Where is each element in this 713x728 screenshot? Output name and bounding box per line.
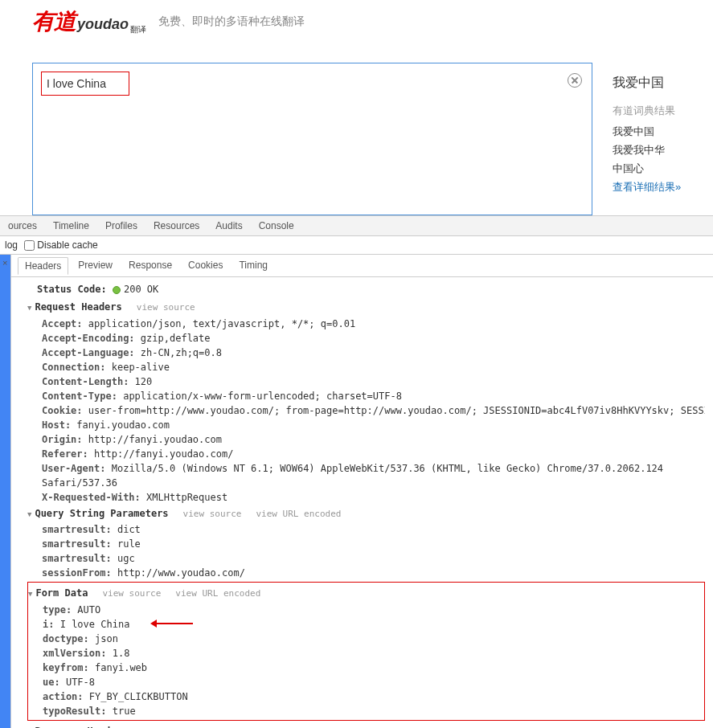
- form-row: type: AUTO: [28, 603, 704, 617]
- devtools-panel: ources Timeline Profiles Resources Audit…: [0, 215, 713, 728]
- result-title: 我爱中国: [613, 75, 709, 92]
- subtab-headers[interactable]: Headers: [18, 257, 68, 275]
- header-row: Content-Length: 120: [27, 374, 705, 389]
- header-row: Referer: http://fanyi.youdao.com/: [27, 447, 705, 461]
- close-icon[interactable]: ×: [2, 258, 7, 268]
- disable-cache-label: Disable cache: [37, 239, 97, 251]
- form-row: typoResult: true: [28, 704, 704, 718]
- translate-input-panel[interactable]: I love China: [32, 63, 592, 215]
- response-headers-section[interactable]: Response Headersview source: [27, 722, 705, 728]
- subtab-timing[interactable]: Timing: [232, 257, 274, 274]
- header-row: Content-Type: application/x-www-form-url…: [27, 389, 705, 403]
- clear-icon[interactable]: [568, 73, 582, 88]
- header-row: Accept-Language: zh-CN,zh;q=0.8: [27, 346, 705, 360]
- translate-result-panel: 我爱中国 有道词典结果 我爱中国 我爱我中华 中国心 查看详细结果»: [609, 63, 713, 215]
- form-row-highlighted: i: I love China: [28, 617, 704, 632]
- status-code-row: Status Code: 200 OK: [27, 282, 705, 297]
- status-code-value: 200 OK: [124, 284, 158, 295]
- param-row: smartresult: rule: [27, 537, 705, 551]
- header-row: Origin: http://fanyi.youdao.com: [27, 432, 705, 447]
- headers-view: Status Code: 200 OK Request Headersview …: [11, 277, 713, 728]
- dict-result-item: 我爱我中华: [613, 143, 709, 157]
- form-row: doctype: json: [28, 632, 704, 646]
- detail-results-link[interactable]: 查看详细结果»: [613, 180, 709, 194]
- request-headers-section[interactable]: Request Headersview source: [27, 298, 705, 317]
- query-string-section[interactable]: Query String Parametersview sourceview U…: [27, 505, 705, 523]
- param-row: smartresult: ugc: [27, 551, 705, 566]
- subtab-response[interactable]: Response: [122, 257, 178, 274]
- tagline: 免费、即时的多语种在线翻译: [158, 14, 305, 29]
- devtools-content: Headers Preview Response Cookies Timing …: [11, 255, 713, 728]
- translate-input-text[interactable]: I love China: [41, 72, 129, 96]
- tab-console[interactable]: Console: [251, 216, 302, 235]
- logo-en-text: youdao: [77, 16, 129, 33]
- view-url-encoded-link[interactable]: view URL encoded: [256, 509, 341, 519]
- dict-result-item: 中国心: [613, 162, 709, 176]
- form-row: keyfrom: fanyi.web: [28, 661, 704, 675]
- header-row: Cookie: user-from=http://www.youdao.com/…: [27, 403, 705, 418]
- view-source-link[interactable]: view source: [102, 588, 161, 599]
- param-row: sessionFrom: http://www.youdao.com/: [27, 566, 705, 580]
- subtab-preview[interactable]: Preview: [72, 257, 119, 274]
- header-row: Connection: keep-alive: [27, 360, 705, 374]
- view-url-encoded-link[interactable]: view URL encoded: [175, 588, 260, 599]
- logo-sub-text: 翻译: [130, 24, 146, 35]
- dict-label: 有道词典结果: [613, 104, 709, 118]
- tab-resources[interactable]: Resources: [145, 216, 207, 235]
- disable-cache-control[interactable]: Disable cache: [24, 239, 98, 251]
- tab-audits[interactable]: Audits: [207, 216, 250, 235]
- page-header: 有道 youdao 翻译 免费、即时的多语种在线翻译: [0, 0, 713, 47]
- status-dot-icon: [113, 286, 121, 294]
- param-row: smartresult: dict: [27, 522, 705, 537]
- subtab-cookies[interactable]: Cookies: [182, 257, 229, 274]
- form-row: xmlVersion: 1.8: [28, 646, 704, 661]
- section-title: Form Data: [35, 587, 88, 599]
- header-row: Accept: application/json, text/javascrip…: [27, 317, 705, 331]
- view-source-link[interactable]: view source: [137, 302, 195, 313]
- header-row: Host: fanyi.youdao.com: [27, 418, 705, 432]
- translate-area: I love China 我爱中国 有道词典结果 我爱中国 我爱我中华 中国心 …: [0, 47, 713, 215]
- form-row: action: FY_BY_CLICKBUTTON: [28, 689, 704, 704]
- tab-profiles[interactable]: Profiles: [97, 216, 145, 235]
- section-title: Request Headers: [35, 301, 121, 313]
- preserve-log-label: log: [5, 239, 18, 251]
- devtools-toolbar: log Disable cache: [0, 236, 713, 255]
- tab-sources[interactable]: ources: [0, 216, 45, 235]
- header-row: X-Requested-With: XMLHttpRequest: [27, 490, 705, 505]
- header-row: Accept-Encoding: gzip,deflate: [27, 331, 705, 346]
- disable-cache-checkbox[interactable]: [24, 240, 35, 251]
- devtools-sidebar: ×: [0, 255, 11, 728]
- detail-link-text: 查看详细结果: [613, 181, 675, 193]
- devtools-body: × Headers Preview Response Cookies Timin…: [0, 255, 713, 728]
- view-source-link[interactable]: view source: [183, 509, 242, 519]
- section-title: Query String Parameters: [35, 508, 168, 519]
- form-data-highlight-box: Form Dataview sourceview URL encoded typ…: [27, 582, 705, 721]
- form-row: ue: UTF-8: [28, 675, 704, 689]
- devtools-sub-tabs: Headers Preview Response Cookies Timing: [11, 255, 713, 277]
- status-code-label: Status Code:: [37, 284, 107, 295]
- tab-timeline[interactable]: Timeline: [45, 216, 97, 235]
- dict-result-item: 我爱中国: [613, 125, 709, 139]
- header-row: User-Agent: Mozilla/5.0 (Windows NT 6.1;…: [27, 461, 705, 490]
- logo-cn-text: 有道: [32, 6, 76, 37]
- devtools-main-tabs: ources Timeline Profiles Resources Audit…: [0, 216, 713, 236]
- logo[interactable]: 有道 youdao 翻译: [32, 6, 146, 37]
- form-data-section[interactable]: Form Dataview sourceview URL encoded: [28, 584, 704, 603]
- raquo-icon: »: [675, 181, 681, 193]
